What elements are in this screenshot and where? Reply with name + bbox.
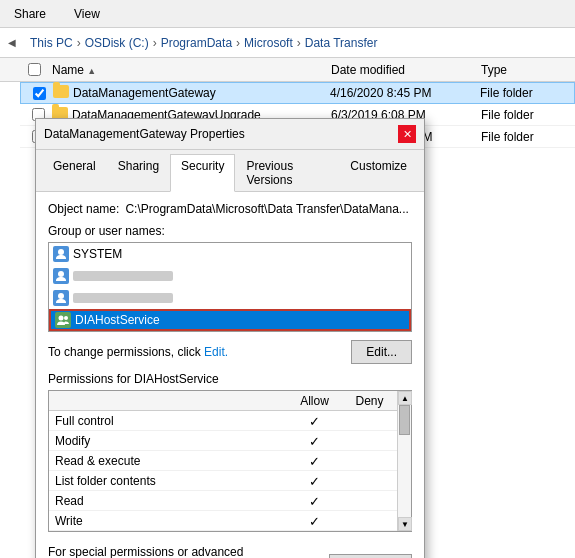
file-list-header: Name ▲ Date modified Type bbox=[0, 58, 575, 82]
perm-row-list-folder: List folder contents ✓ bbox=[49, 471, 397, 491]
close-button[interactable]: ✕ bbox=[398, 125, 416, 143]
permissions-table-wrapper: Allow Deny Full control ✓ Modify ✓ R bbox=[48, 390, 412, 532]
file-type: File folder bbox=[481, 130, 571, 144]
perm-name: Modify bbox=[49, 434, 287, 448]
perm-row-read-execute: Read & execute ✓ bbox=[49, 451, 397, 471]
row-checkbox[interactable] bbox=[33, 87, 46, 100]
scrollbar-thumb[interactable] bbox=[399, 405, 410, 435]
breadcrumb-this-pc[interactable]: This PC bbox=[30, 36, 73, 50]
user-name-system: SYSTEM bbox=[73, 247, 122, 261]
svg-point-2 bbox=[58, 293, 64, 299]
scroll-up-arrow[interactable]: ▲ bbox=[398, 391, 412, 405]
perm-allow-check: ✓ bbox=[287, 473, 342, 489]
breadcrumb-osdisk[interactable]: OSDisk (C:) bbox=[85, 36, 149, 50]
group-icon bbox=[55, 312, 71, 328]
advanced-button[interactable]: Advanced bbox=[329, 554, 412, 558]
svg-point-3 bbox=[59, 316, 64, 321]
permissions-scrollbar[interactable]: ▲ ▼ bbox=[397, 391, 411, 531]
dialog-title: DataManagementGateway Properties bbox=[44, 127, 245, 141]
edit-hint: To change permissions, click Edit. bbox=[48, 345, 228, 359]
perm-allow-check: ✓ bbox=[287, 513, 342, 529]
perm-name: List folder contents bbox=[49, 474, 287, 488]
select-all-checkbox[interactable] bbox=[28, 63, 41, 76]
breadcrumb: ◀ This PC › OSDisk (C:) › ProgramData › … bbox=[0, 28, 575, 58]
perm-name: Read & execute bbox=[49, 454, 287, 468]
perm-row-full-control: Full control ✓ bbox=[49, 411, 397, 431]
svg-point-1 bbox=[58, 271, 64, 277]
object-name-value: C:\ProgramData\Microsoft\Data Transfer\D… bbox=[125, 202, 408, 216]
file-date: 4/16/2020 8:45 PM bbox=[330, 86, 480, 100]
scrollbar-track[interactable] bbox=[398, 405, 411, 517]
breadcrumb-programdata[interactable]: ProgramData bbox=[161, 36, 232, 50]
user-icon bbox=[53, 246, 69, 262]
perm-allow-check: ✓ bbox=[287, 453, 342, 469]
col-header-name[interactable]: Name ▲ bbox=[48, 63, 331, 77]
perm-name: Read bbox=[49, 494, 287, 508]
bottom-row: For special permissions or advanced sett… bbox=[48, 540, 412, 558]
tab-customize[interactable]: Customize bbox=[339, 154, 418, 192]
scroll-down-arrow[interactable]: ▼ bbox=[398, 517, 412, 531]
user-item-system[interactable]: SYSTEM bbox=[49, 243, 411, 265]
tab-general[interactable]: General bbox=[42, 154, 107, 192]
permissions-header: Allow Deny bbox=[49, 391, 397, 411]
perm-name: Write bbox=[49, 514, 287, 528]
perm-allow-check: ✓ bbox=[287, 413, 342, 429]
file-type: File folder bbox=[481, 108, 571, 122]
menu-share[interactable]: Share bbox=[8, 3, 52, 25]
user-list: SYSTEM bbox=[48, 242, 412, 332]
permissions-label: Permissions for DIAHostService bbox=[48, 372, 412, 386]
menu-view[interactable]: View bbox=[68, 3, 106, 25]
group-users-label: Group or user names: bbox=[48, 224, 412, 238]
edit-button[interactable]: Edit... bbox=[351, 340, 412, 364]
object-name-label: Object name: bbox=[48, 202, 119, 216]
edit-row: To change permissions, click Edit. Edit.… bbox=[48, 340, 412, 364]
perm-allow-check: ✓ bbox=[287, 433, 342, 449]
file-type: File folder bbox=[480, 86, 570, 100]
user-icon bbox=[53, 268, 69, 284]
edit-link[interactable]: Edit. bbox=[204, 345, 228, 359]
perm-col-header-deny: Deny bbox=[342, 394, 397, 408]
svg-point-4 bbox=[64, 316, 68, 320]
col-header-type[interactable]: Type bbox=[481, 63, 571, 77]
user-name-blurred2 bbox=[73, 293, 173, 303]
menu-bar: Share View bbox=[0, 0, 575, 28]
perm-name: Full control bbox=[49, 414, 287, 428]
tab-sharing[interactable]: Sharing bbox=[107, 154, 170, 192]
properties-dialog: DataManagementGateway Properties ✕ Gener… bbox=[35, 118, 425, 558]
user-item-blurred2[interactable] bbox=[49, 287, 411, 309]
user-item-diahostservice[interactable]: DIAHostService bbox=[49, 309, 411, 331]
permissions-table: Allow Deny Full control ✓ Modify ✓ R bbox=[49, 391, 397, 531]
perm-allow-check: ✓ bbox=[287, 493, 342, 509]
breadcrumb-data-transfer[interactable]: Data Transfer bbox=[305, 36, 378, 50]
tab-security[interactable]: Security bbox=[170, 154, 235, 192]
explorer-window: Share View ◀ This PC › OSDisk (C:) › Pro… bbox=[0, 0, 575, 558]
header-checkbox-col bbox=[20, 63, 48, 76]
tab-previous-versions[interactable]: Previous Versions bbox=[235, 154, 339, 192]
perm-row-modify: Modify ✓ bbox=[49, 431, 397, 451]
perm-row-read: Read ✓ bbox=[49, 491, 397, 511]
col-header-date[interactable]: Date modified bbox=[331, 63, 481, 77]
bottom-hint: For special permissions or advanced sett… bbox=[48, 544, 288, 558]
user-name-blurred1 bbox=[73, 271, 173, 281]
folder-icon bbox=[53, 85, 69, 98]
object-name-row: Object name: C:\ProgramData\Microsoft\Da… bbox=[48, 202, 412, 216]
user-icon bbox=[53, 290, 69, 306]
user-name-diahostservice: DIAHostService bbox=[75, 313, 160, 327]
breadcrumb-microsoft[interactable]: Microsoft bbox=[244, 36, 293, 50]
dialog-titlebar: DataManagementGateway Properties ✕ bbox=[36, 119, 424, 150]
dialog-tabs: General Sharing Security Previous Versio… bbox=[36, 150, 424, 192]
svg-point-0 bbox=[58, 249, 64, 255]
file-name: DataManagementGateway bbox=[73, 86, 330, 100]
user-item-blurred1[interactable] bbox=[49, 265, 411, 287]
back-arrow-icon[interactable]: ◀ bbox=[8, 37, 16, 48]
perm-row-write: Write ✓ bbox=[49, 511, 397, 531]
table-row[interactable]: DataManagementGateway 4/16/2020 8:45 PM … bbox=[20, 82, 575, 104]
perm-col-header-allow: Allow bbox=[287, 394, 342, 408]
dialog-content: Object name: C:\ProgramData\Microsoft\Da… bbox=[36, 192, 424, 558]
